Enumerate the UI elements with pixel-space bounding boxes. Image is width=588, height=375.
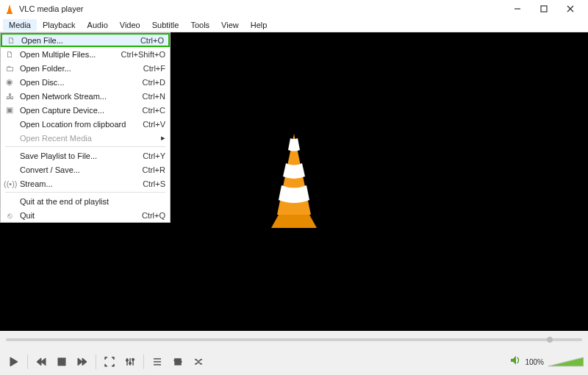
menu-playback[interactable]: Playback <box>37 19 82 31</box>
menu-view[interactable]: View <box>215 19 245 31</box>
minimize-button[interactable] <box>504 0 531 18</box>
menu-media[interactable]: Media <box>3 19 37 31</box>
folder-icon: 🗀 <box>4 64 15 73</box>
speaker-icon <box>510 355 522 368</box>
extended-settings-button[interactable] <box>121 352 140 371</box>
menu-separator <box>5 146 165 147</box>
loop-button[interactable] <box>168 352 187 371</box>
submenu-arrow-icon: ▸ <box>161 133 165 143</box>
menu-audio[interactable]: Audio <box>82 19 114 31</box>
svg-marker-12 <box>78 358 82 365</box>
svg-rect-3 <box>541 6 547 12</box>
play-button[interactable] <box>4 352 24 371</box>
menuitem-save-playlist[interactable]: Save Playlist to File... Ctrl+Y <box>1 149 170 162</box>
files-icon: 🗋 <box>4 50 15 59</box>
vlc-cone-icon <box>4 4 15 14</box>
svg-marker-8 <box>10 357 18 366</box>
maximize-button[interactable] <box>531 0 557 18</box>
previous-button[interactable] <box>32 352 51 371</box>
menuitem-open-folder[interactable]: 🗀 Open Folder... Ctrl+F <box>1 61 170 75</box>
seek-handle[interactable] <box>547 337 553 343</box>
menuitem-open-network[interactable]: 🖧 Open Network Stream... Ctrl+N <box>1 89 170 103</box>
svg-marker-25 <box>511 356 516 365</box>
svg-marker-0 <box>7 4 12 12</box>
menu-tools[interactable]: Tools <box>184 19 215 31</box>
volume-percent: 100% <box>525 358 544 366</box>
disc-icon: ◉ <box>4 77 15 87</box>
window-title: VLC media player <box>19 4 504 13</box>
stream-icon: ((•)) <box>4 179 15 188</box>
capture-icon: ▣ <box>4 105 15 115</box>
quit-icon: ⎋ <box>4 211 15 220</box>
svg-marker-13 <box>82 358 87 365</box>
menuitem-open-file[interactable]: 🗋 Open File... Ctrl+O <box>1 33 170 47</box>
close-button[interactable] <box>557 0 584 18</box>
app-window: VLC media player Media Playback Audio Vi… <box>0 0 588 375</box>
menuitem-quit-end[interactable]: Quit at the end of playlist <box>1 194 170 208</box>
svg-marker-9 <box>37 358 41 365</box>
controls-bar: 100% <box>0 349 588 375</box>
menubar: Media Playback Audio Video Subtitle Tool… <box>0 18 588 32</box>
svg-marker-10 <box>41 358 46 365</box>
volume-control[interactable]: 100% <box>510 355 584 368</box>
next-button[interactable] <box>73 352 92 371</box>
menuitem-open-disc[interactable]: ◉ Open Disc... Ctrl+D <box>1 75 170 89</box>
menuitem-open-multiple[interactable]: 🗋 Open Multiple Files... Ctrl+Shift+O <box>1 47 170 61</box>
video-area: 🗋 Open File... Ctrl+O 🗋 Open Multiple Fi… <box>0 32 588 331</box>
menu-video[interactable]: Video <box>114 19 146 31</box>
seek-track[interactable] <box>6 338 582 341</box>
fullscreen-button[interactable] <box>100 352 119 371</box>
seekbar[interactable] <box>0 331 588 349</box>
volume-slider[interactable] <box>548 356 584 368</box>
separator <box>96 354 96 369</box>
svg-marker-23 <box>173 359 175 362</box>
network-icon: 🖧 <box>4 92 15 101</box>
shuffle-button[interactable] <box>189 352 208 371</box>
svg-marker-6 <box>271 215 317 228</box>
playlist-button[interactable] <box>148 352 167 371</box>
svg-rect-11 <box>58 358 65 365</box>
menuitem-convert-save[interactable]: Convert / Save... Ctrl+R <box>1 162 170 176</box>
menuitem-open-capture[interactable]: ▣ Open Capture Device... Ctrl+C <box>1 103 170 117</box>
separator <box>143 354 144 369</box>
file-icon: 🗋 <box>5 36 17 45</box>
svg-marker-26 <box>548 357 584 366</box>
menuitem-stream[interactable]: ((•)) Stream... Ctrl+S <box>1 176 170 190</box>
svg-point-18 <box>129 362 132 365</box>
menuitem-open-clipboard[interactable]: Open Location from clipboard Ctrl+V <box>1 117 170 131</box>
svg-marker-24 <box>181 360 182 363</box>
svg-point-17 <box>126 360 129 362</box>
media-menu-dropdown: 🗋 Open File... Ctrl+O 🗋 Open Multiple Fi… <box>0 32 171 223</box>
svg-rect-1 <box>7 12 12 14</box>
menuitem-quit[interactable]: ⎋ Quit Ctrl+Q <box>1 208 170 222</box>
svg-point-19 <box>132 359 135 361</box>
titlebar: VLC media player <box>0 0 588 18</box>
menu-subtitle[interactable]: Subtitle <box>146 19 185 31</box>
stop-button[interactable] <box>52 352 71 371</box>
menu-help[interactable]: Help <box>245 19 273 31</box>
menuitem-open-recent[interactable]: Open Recent Media ▸ <box>1 131 170 145</box>
menu-separator <box>5 192 165 193</box>
vlc-cone-logo <box>254 134 334 229</box>
separator <box>27 354 28 369</box>
